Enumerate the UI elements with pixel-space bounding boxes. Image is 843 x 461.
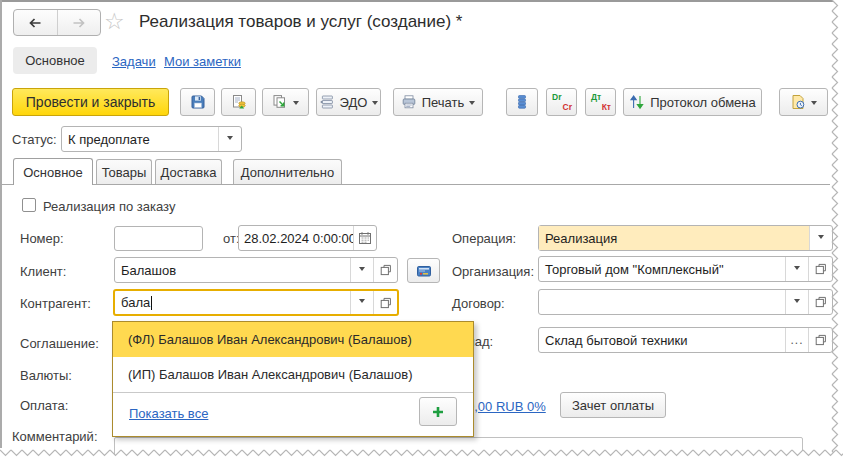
open-icon — [815, 296, 827, 308]
post-document-button[interactable] — [221, 88, 256, 116]
tabstrip-divider — [2, 184, 830, 185]
operation-dropdown-button[interactable] — [809, 226, 832, 250]
status-value[interactable]: К предоплате — [62, 127, 218, 151]
status-dropdown-button[interactable] — [218, 127, 241, 151]
client-dossier-button[interactable] — [407, 258, 440, 283]
header-tab-main[interactable]: Основное — [13, 47, 97, 74]
organization-value[interactable]: Торговый дом "Комплексный" — [539, 257, 785, 281]
payment-amount-link[interactable]: 0,00 RUB 0% — [467, 399, 546, 414]
dropdown-arrow-icon — [293, 101, 299, 108]
contract-value[interactable] — [539, 290, 785, 314]
dropdown-arrow-icon — [469, 101, 475, 108]
create-based-on-icon — [272, 94, 288, 110]
chevron-down-icon — [794, 266, 800, 273]
client-open-button[interactable] — [373, 258, 397, 282]
exchange-protocol-label: Протокол обмена — [650, 95, 756, 110]
counterparty-open-button[interactable] — [373, 291, 397, 314]
organization-combo[interactable]: Торговый дом "Комплексный" — [538, 256, 833, 282]
page-title: Реализация товаров и услуг (создание) * — [139, 12, 462, 32]
currencies-label: Валюты: — [20, 368, 72, 383]
chevron-down-icon — [359, 299, 365, 306]
suggestion-item[interactable]: (ИП) Балашов Иван Александрович (Балашов… — [113, 357, 473, 392]
tab-more[interactable]: Дополнительно — [233, 159, 342, 184]
exchange-protocol-button[interactable]: Протокол обмена — [623, 88, 762, 116]
comment-field[interactable] — [114, 437, 803, 459]
client-combo[interactable]: Балашов — [114, 257, 398, 283]
text-caret — [151, 296, 152, 310]
contract-combo[interactable] — [538, 289, 833, 315]
dt-kt-icon: ДтКт — [586, 89, 615, 115]
counterparty-dropdown-button[interactable] — [350, 291, 373, 314]
window-top-border — [0, 0, 834, 2]
tab-goods[interactable]: Товары — [96, 159, 152, 184]
counterparty-combo[interactable]: бала — [113, 289, 399, 316]
suggestion-item[interactable]: (ФЛ) Балашов Иван Александрович (Балашов… — [113, 322, 473, 357]
favorite-star-icon[interactable]: ☆ — [104, 8, 125, 35]
post-and-close-button[interactable]: Провести и закрыть — [12, 88, 169, 116]
print-label: Печать — [422, 95, 465, 110]
status-combo[interactable]: К предоплате — [61, 126, 242, 152]
chevron-down-icon — [794, 299, 800, 306]
report-icon — [514, 94, 530, 110]
number-input[interactable] — [114, 226, 203, 251]
operation-combo[interactable]: Реализация — [538, 225, 833, 251]
organization-label: Организация: — [452, 264, 534, 279]
warehouse-open-button[interactable] — [808, 328, 832, 352]
scheduled-doc-button[interactable] — [779, 88, 828, 116]
counterparty-input[interactable]: бала — [115, 291, 350, 314]
tab-delivery[interactable]: Доставка — [155, 159, 222, 184]
contract-open-button[interactable] — [808, 290, 832, 314]
save-button[interactable] — [180, 88, 215, 116]
add-new-button[interactable] — [419, 397, 457, 426]
payment-label: Оплата: — [20, 398, 68, 413]
warehouse-choose-button[interactable]: ... — [785, 328, 808, 352]
document-window: ☆ Реализация товаров и услуг (создание) … — [0, 0, 843, 461]
report-button[interactable] — [506, 88, 538, 116]
agreement-label: Соглашение: — [20, 336, 99, 351]
organization-dropdown-button[interactable] — [785, 257, 808, 281]
tab-main[interactable]: Основное — [13, 158, 93, 185]
comment-label: Комментарий: — [12, 429, 98, 444]
forward-button[interactable] — [58, 10, 101, 35]
header-tab-tasks[interactable]: Задачи — [112, 54, 156, 69]
create-based-on-button[interactable] — [262, 88, 309, 116]
dr-cr-button[interactable]: DrCr — [546, 88, 577, 116]
dossier-card-icon — [416, 263, 432, 279]
scheduled-doc-icon — [790, 94, 806, 110]
dropdown-arrow-icon — [811, 101, 817, 108]
forward-arrow-icon — [71, 15, 87, 31]
client-label: Клиент: — [20, 264, 66, 279]
operation-value[interactable]: Реализация — [539, 226, 809, 250]
history-nav-group — [13, 9, 101, 36]
warehouse-combo[interactable]: Склад бытовой техники ... — [538, 327, 833, 353]
date-value[interactable]: 28.02.2024 0:00:00 — [239, 226, 353, 250]
organization-open-button[interactable] — [808, 257, 832, 281]
payment-offset-button[interactable]: Зачет оплаты — [560, 392, 666, 418]
chevron-down-icon — [818, 235, 824, 242]
client-value[interactable]: Балашов — [115, 258, 350, 282]
exchange-icon — [629, 94, 645, 110]
open-icon — [815, 263, 827, 275]
post-document-icon — [231, 94, 247, 110]
show-all-link[interactable]: Показать все — [129, 406, 208, 421]
counterparty-label: Контрагент: — [20, 296, 91, 311]
window-left-border — [0, 0, 2, 448]
chevron-down-icon — [227, 136, 233, 143]
dropdown-arrow-icon — [372, 101, 378, 108]
edo-button[interactable]: ЭДО — [316, 88, 381, 116]
operation-label: Операция: — [452, 231, 516, 246]
back-button[interactable] — [14, 10, 58, 35]
header-tab-notes[interactable]: Мои заметки — [164, 54, 241, 69]
plus-icon — [431, 405, 445, 419]
contract-dropdown-button[interactable] — [785, 290, 808, 314]
edo-icon — [319, 94, 335, 110]
warehouse-value[interactable]: Склад бытовой техники — [539, 328, 785, 352]
by-order-checkbox[interactable] — [22, 198, 36, 212]
calendar-button[interactable] — [353, 226, 376, 250]
date-field[interactable]: 28.02.2024 0:00:00 — [238, 225, 377, 251]
dt-kt-button[interactable]: ДтКт — [585, 88, 616, 116]
client-dropdown-button[interactable] — [350, 258, 373, 282]
print-button[interactable]: Печать — [393, 88, 483, 116]
by-order-label: Реализация по заказу — [43, 199, 175, 214]
back-arrow-icon — [27, 15, 43, 31]
